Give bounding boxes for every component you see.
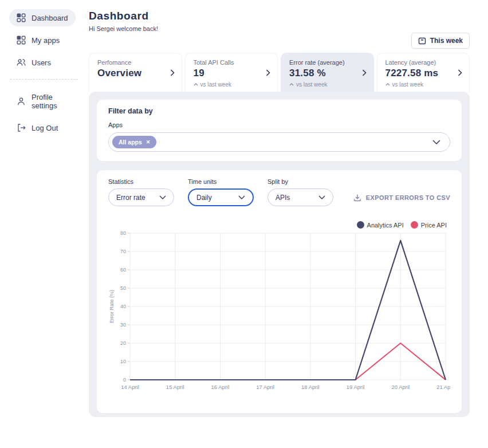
person-icon: [17, 97, 26, 106]
chevron-up-icon: [289, 83, 294, 86]
apps-multiselect[interactable]: All apps ✕: [108, 132, 450, 152]
split-by-dropdown[interactable]: APIs: [267, 188, 333, 206]
chevron-down-icon: [238, 195, 245, 199]
stat-card-trend-label: vs last week: [296, 81, 327, 88]
svg-text:50: 50: [120, 285, 126, 291]
chevron-right-icon: [170, 69, 175, 76]
svg-text:14 April: 14 April: [121, 384, 139, 390]
stat-card-trend: vs last week: [289, 81, 365, 88]
legend-item-analytics-api[interactable]: Analytics API: [357, 221, 404, 229]
stat-card-value: Overview: [97, 68, 174, 79]
calendar-icon: [418, 37, 426, 45]
greeting-text: Hi Sergei welcome back!: [89, 25, 470, 32]
svg-text:18 April: 18 April: [301, 384, 320, 390]
time-units-control: Time units Daily: [188, 178, 254, 206]
stat-card-latency[interactable]: Latency (average) 7227.58 ms vs last wee…: [377, 53, 470, 92]
stat-card-value: 19: [194, 68, 270, 79]
chevron-right-icon: [458, 69, 462, 76]
statistics-value: Error rate: [116, 194, 145, 202]
export-csv-button[interactable]: EXPORT ERRORS TO CSV: [353, 194, 450, 202]
stat-card-error-rate[interactable]: Error rate (average) 31.58 % vs last wee…: [281, 53, 374, 92]
apps-filter-chip[interactable]: All apps ✕: [112, 136, 156, 148]
stat-card-trend: vs last week: [194, 81, 270, 88]
legend-label: Price API: [421, 222, 447, 229]
stat-card-trend-label: vs last week: [392, 81, 423, 88]
split-by-control: Split by APIs: [267, 178, 333, 206]
page-title: Dashboard: [89, 10, 470, 22]
chart-controls: Statistics Error rate Time units Daily: [108, 178, 450, 206]
sidebar-item-log-out[interactable]: Log Out: [9, 119, 65, 136]
stat-card-label: Perfomance: [97, 59, 174, 66]
period-selector-label: This week: [430, 37, 463, 45]
filter-title: Filter data by: [108, 107, 450, 115]
error-rate-line-chart[interactable]: 0102030405060708014 April15 April16 Apri…: [108, 229, 450, 396]
stat-cards-row: Perfomance Overview Total API Calls 19 v…: [89, 53, 470, 92]
svg-text:Error Rate (%): Error Rate (%): [109, 290, 115, 323]
chevron-down-icon: [432, 140, 440, 144]
logout-icon: [17, 123, 26, 132]
grid-icon: [17, 36, 26, 45]
time-units-dropdown[interactable]: Daily: [188, 188, 254, 206]
chip-label: All apps: [119, 139, 142, 146]
svg-text:20 April: 20 April: [391, 384, 410, 390]
users-icon: [17, 58, 26, 67]
stat-card-performance[interactable]: Perfomance Overview: [89, 53, 182, 92]
sidebar-divider: [10, 79, 78, 80]
chart-legend: Analytics API Price API: [108, 221, 450, 229]
statistics-control: Statistics Error rate: [108, 178, 174, 206]
chevron-down-icon: [318, 195, 325, 199]
svg-text:21 April: 21 April: [436, 384, 450, 390]
stat-card-label: Error rate (average): [289, 59, 365, 66]
sidebar: Dashboard My apps Users Profile settings: [0, 0, 85, 142]
svg-text:16 April: 16 April: [211, 384, 230, 390]
stat-card-value: 7227.58 ms: [385, 68, 462, 79]
legend-dot: [411, 221, 418, 229]
chevron-up-icon: [385, 83, 390, 86]
chevron-right-icon: [362, 69, 367, 76]
svg-text:80: 80: [120, 230, 126, 236]
main-content: Dashboard Hi Sergei welcome back! This w…: [89, 0, 470, 448]
legend-item-price-api[interactable]: Price API: [411, 221, 447, 229]
time-units-value: Daily: [196, 194, 212, 202]
sidebar-item-my-apps[interactable]: My apps: [9, 32, 67, 49]
svg-text:70: 70: [120, 249, 126, 254]
chevron-down-icon: [159, 195, 166, 199]
svg-text:30: 30: [120, 322, 126, 328]
sidebar-item-users[interactable]: Users: [9, 54, 58, 71]
svg-text:40: 40: [120, 304, 126, 309]
sidebar-item-label: Users: [32, 58, 51, 67]
stat-card-label: Total API Calls: [194, 59, 270, 66]
stat-card-total-api-calls[interactable]: Total API Calls 19 vs last week: [185, 53, 278, 92]
sidebar-item-label: Dashboard: [32, 14, 68, 22]
time-units-label: Time units: [188, 178, 254, 185]
stat-card-value: 31.58 %: [289, 68, 365, 79]
chevron-right-icon: [266, 69, 270, 76]
download-icon: [353, 194, 361, 202]
grid-icon: [17, 13, 26, 22]
svg-text:0: 0: [123, 377, 126, 383]
export-csv-label: EXPORT ERRORS TO CSV: [366, 194, 450, 201]
apps-filter-label: Apps: [108, 121, 450, 128]
period-selector-button[interactable]: This week: [411, 33, 470, 49]
svg-text:17 April: 17 April: [256, 384, 274, 390]
stat-card-label: Latency (average): [385, 59, 462, 66]
split-by-label: Split by: [267, 178, 333, 185]
legend-label: Analytics API: [367, 222, 404, 229]
sidebar-item-dashboard[interactable]: Dashboard: [9, 9, 76, 26]
stat-card-trend: vs last week: [385, 81, 462, 88]
app-root: Dashboard My apps Users Profile settings: [0, 0, 488, 448]
sidebar-item-profile-settings[interactable]: Profile settings: [9, 89, 85, 114]
sidebar-item-label: Log Out: [32, 124, 58, 132]
svg-text:19 April: 19 April: [347, 384, 365, 390]
close-icon[interactable]: ✕: [146, 140, 151, 145]
chevron-up-icon: [194, 83, 198, 86]
stat-card-trend-label: vs last week: [200, 81, 231, 88]
sidebar-item-label: Profile settings: [32, 93, 77, 110]
svg-text:15 April: 15 April: [166, 384, 184, 390]
sidebar-item-label: My apps: [32, 36, 60, 45]
chart-card: Statistics Error rate Time units Daily: [97, 170, 462, 413]
statistics-dropdown[interactable]: Error rate: [108, 188, 174, 206]
content-panel: Filter data by Apps All apps ✕ Statistic…: [89, 92, 470, 417]
filter-card: Filter data by Apps All apps ✕: [97, 100, 462, 161]
legend-dot: [357, 221, 364, 229]
